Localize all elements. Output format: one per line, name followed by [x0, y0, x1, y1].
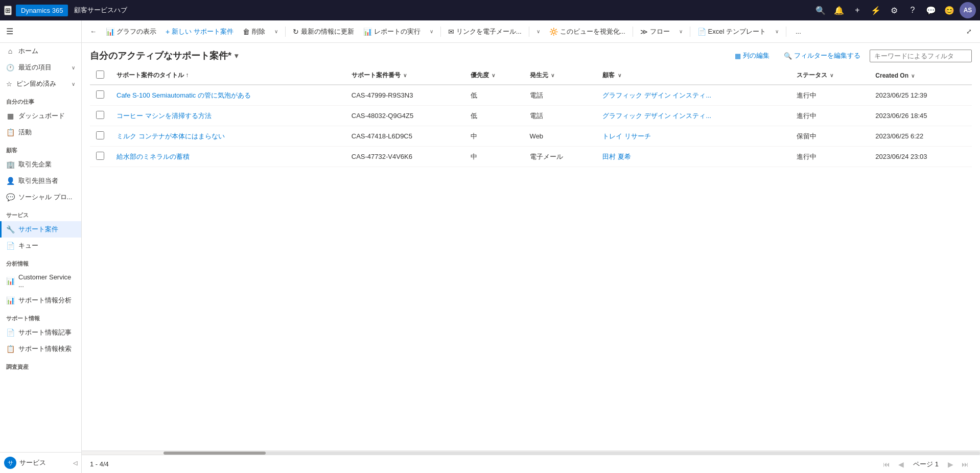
emoji-button[interactable]: 😊	[941, 2, 958, 18]
sidebar-item-queue[interactable]: 📄 キュー	[0, 238, 81, 254]
sidebar-item-contacts[interactable]: 👤 取引先担当者	[0, 173, 81, 189]
cases-table-body: Cafe S-100 Semiautomatic の管に気泡がある CAS-47…	[90, 85, 972, 167]
run-report-dropdown-button[interactable]: ∨	[426, 27, 437, 36]
customer-link-0[interactable]: グラフィック デザイン インスティ...	[602, 91, 711, 99]
col-status[interactable]: ステータス ∨	[790, 66, 869, 85]
new-case-button[interactable]: + 新しい サポート案件	[161, 25, 238, 38]
sidebar-hamburger-button[interactable]: ☰	[4, 25, 15, 38]
delete-label: 削除	[252, 27, 265, 36]
col-priority[interactable]: 優先度 ∨	[464, 66, 524, 85]
delete-button[interactable]: 🗑 削除	[239, 25, 269, 38]
scrollbar-track	[164, 452, 980, 455]
excel-dropdown-button[interactable]: ∨	[771, 27, 783, 36]
section-label-service: サービス	[0, 205, 81, 221]
sidebar-item-support-search[interactable]: 📋 サポート情報検索	[0, 341, 81, 357]
sidebar-item-dashboard[interactable]: ▦ ダッシュボード	[0, 108, 81, 124]
refresh-button[interactable]: ↻ 最新の情報に更新	[289, 25, 358, 38]
row-created-on-cell: 2023/06/24 23:03	[869, 147, 972, 167]
sidebar-item-dashboard-label: ダッシュボード	[18, 111, 65, 121]
sidebar-item-activities[interactable]: 📋 活動	[0, 124, 81, 140]
col-created-on[interactable]: Created On ∨	[869, 66, 972, 85]
sidebar-item-accounts[interactable]: 🏢 取引先企業	[0, 156, 81, 173]
case-title-link-0[interactable]: Cafe S-100 Semiautomatic の管に気泡がある	[116, 91, 251, 99]
excel-template-button[interactable]: 📄 Excel テンプレート	[693, 25, 770, 38]
sidebar-item-cases[interactable]: 🔧 サポート案件	[0, 221, 81, 238]
run-report-button[interactable]: 📊 レポートの実行	[359, 25, 425, 38]
prev-page-button[interactable]: ◀	[895, 458, 907, 470]
refresh-icon: ↻	[293, 28, 299, 36]
last-page-button[interactable]: ⏭	[959, 458, 972, 470]
sidebar-item-home[interactable]: ⌂ ホーム	[0, 43, 81, 59]
settings-button[interactable]: ⚙	[886, 2, 902, 18]
expand-button[interactable]: ⤢	[962, 26, 976, 37]
sidebar-item-pinned[interactable]: ☆ ピン留め済み ∨	[0, 76, 81, 92]
table-row: コーヒー マシンを清掃する方法 CAS-48032-Q9G4Z5 低 電話 グラ…	[90, 106, 972, 126]
overflow-button[interactable]: ...	[791, 26, 805, 37]
list-title-dropdown-button[interactable]: ▾	[235, 52, 238, 60]
add-button[interactable]: +	[849, 2, 866, 18]
report-icon: 📊	[363, 28, 372, 36]
app-name-badge[interactable]: Dynamics 365	[16, 5, 68, 16]
chat-button[interactable]: 💬	[923, 2, 939, 18]
col-number[interactable]: サポート案件番号 ∨	[345, 66, 464, 85]
email-link-dropdown-button[interactable]: ∨	[532, 27, 544, 36]
email-link-button[interactable]: ✉ リンクを電子メール...	[444, 25, 526, 38]
edit-columns-label: 列の編集	[743, 51, 769, 60]
customer-link-3[interactable]: 田村 夏希	[602, 153, 631, 160]
customer-link-2[interactable]: トレイ リサーチ	[602, 132, 651, 140]
help-button[interactable]: ?	[904, 2, 921, 18]
edit-filter-button[interactable]: 🔍 フィルターを編集する	[779, 49, 866, 62]
keyword-filter-input[interactable]	[874, 52, 967, 60]
show-chart-button[interactable]: 📊 グラフの表示	[102, 25, 160, 38]
notifications-button[interactable]: 🔔	[831, 2, 847, 18]
row-checkbox-2[interactable]	[96, 131, 104, 139]
case-title-link-2[interactable]: ミルク コンテナが本体にはまらない	[116, 132, 225, 140]
sidebar-item-recent[interactable]: 🕐 最近の項目 ∨	[0, 59, 81, 76]
edit-filter-icon: 🔍	[784, 52, 792, 60]
customer-service-icon: 📊	[6, 277, 14, 285]
show-chart-label: グラフの表示	[116, 27, 156, 36]
col-origin[interactable]: 発生元 ∨	[524, 66, 597, 85]
sidebar-item-support-articles[interactable]: 📄 サポート情報記事	[0, 324, 81, 341]
flow-button[interactable]: ≫ フロー	[636, 25, 674, 38]
edit-columns-button[interactable]: ▦ 列の編集	[730, 49, 775, 62]
sidebar-footer-collapse-button[interactable]: ◁	[73, 460, 77, 466]
user-avatar[interactable]: AS	[960, 2, 976, 18]
scrollbar-thumb[interactable]	[164, 452, 266, 455]
row-title-cell: コーヒー マシンを清掃する方法	[110, 106, 345, 126]
case-title-link-3[interactable]: 給水部のミネラルの蓄積	[116, 153, 190, 160]
row-checkbox-0[interactable]	[96, 90, 104, 99]
col-title[interactable]: サポート案件のタイトル ↑	[110, 66, 345, 85]
visualize-button[interactable]: 🔆 このビューを視覚化...	[545, 25, 629, 38]
flow-dropdown-button[interactable]: ∨	[675, 27, 687, 36]
run-report-label: レポートの実行	[374, 27, 421, 36]
email-link-label: リンクを電子メール...	[456, 27, 522, 36]
first-page-button[interactable]: ⏮	[880, 458, 893, 470]
search-button[interactable]: 🔍	[812, 2, 829, 18]
next-page-button[interactable]: ▶	[945, 458, 956, 470]
sidebar-item-support-analysis[interactable]: 📊 サポート情報分析	[0, 292, 81, 309]
col-customer[interactable]: 顧客 ∨	[596, 66, 790, 85]
row-status-cell: 進行中	[790, 106, 869, 126]
section-label-analytics: 分析情報	[0, 254, 81, 270]
report-dropdown-arrow: ∨	[430, 29, 433, 34]
horizontal-scrollbar[interactable]	[82, 451, 980, 455]
excel-template-label: Excel テンプレート	[708, 27, 766, 36]
row-checkbox-3[interactable]	[96, 152, 104, 160]
overflow-icon: ...	[796, 28, 801, 35]
advanced-find-button[interactable]: ⚡	[868, 2, 884, 18]
delete-dropdown-button[interactable]: ∨	[270, 27, 282, 36]
case-title-link-1[interactable]: コーヒー マシンを清掃する方法	[116, 112, 212, 120]
select-all-checkbox[interactable]	[96, 70, 104, 79]
pager: ⏮ ◀ ページ 1 ▶ ⏭	[880, 458, 972, 470]
col-number-sort-icon: ∨	[403, 73, 407, 78]
row-checkbox-1[interactable]	[96, 111, 104, 119]
customer-link-1[interactable]: グラフィック デザイン インスティ...	[602, 112, 711, 120]
sidebar-item-customer-service[interactable]: 📊 Customer Service ...	[0, 270, 81, 292]
back-button[interactable]: ←	[86, 26, 101, 37]
sidebar-footer[interactable]: サ サービス ◁	[0, 452, 81, 473]
sidebar-item-social[interactable]: 💬 ソーシャル プロ...	[0, 189, 81, 205]
grid-menu-button[interactable]: ⊞	[4, 6, 12, 15]
dashboard-icon: ▦	[6, 112, 14, 120]
edit-columns-icon: ▦	[735, 52, 741, 60]
